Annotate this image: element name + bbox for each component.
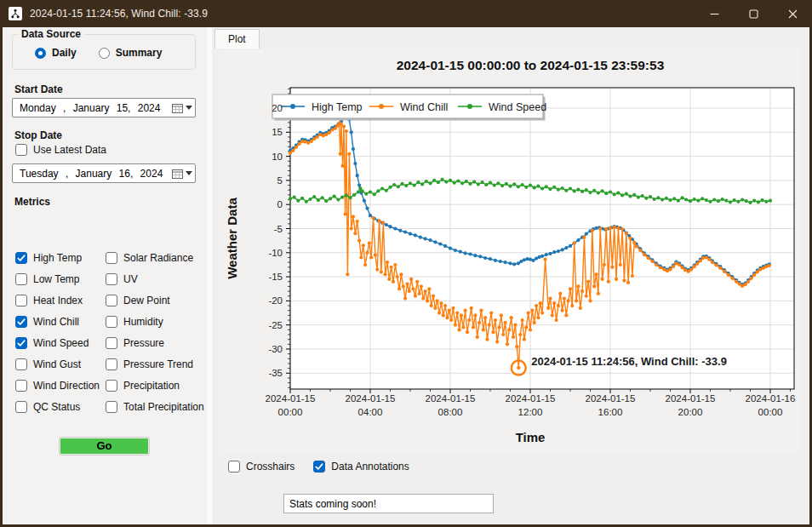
maximize-button[interactable]	[734, 0, 773, 27]
metric-checkbox-uv[interactable]: UV	[106, 268, 204, 289]
metric-checkbox-pressure[interactable]: Pressure	[106, 332, 204, 353]
main-panel: Plot 2024-01-15 11:24:56, Wind Chill: -3…	[212, 27, 809, 524]
metric-checkbox-wind-speed[interactable]: Wind Speed	[15, 332, 100, 353]
checkbox-control[interactable]	[15, 380, 27, 392]
start-date-picker[interactable]: Monday , January 15, 2024	[12, 98, 196, 117]
checkbox-control[interactable]	[106, 401, 117, 413]
tab-plot[interactable]: Plot	[214, 29, 260, 49]
metric-checkbox-precipitation[interactable]: Precipitation	[106, 375, 204, 396]
checkbox-label: Heat Index	[33, 295, 83, 306]
stop-date-label: Stop Date	[14, 129, 62, 141]
checkbox-label: Pressure Trend	[123, 358, 193, 370]
stop-date-value[interactable]: Tuesday , January 16, 2024	[13, 168, 169, 180]
start-date-calendar-button[interactable]	[169, 99, 195, 117]
start-date-label: Start Date	[14, 83, 63, 95]
checkbox-label: Pressure	[123, 337, 164, 349]
use-latest-checkbox-control[interactable]	[15, 144, 27, 156]
radio-daily[interactable]: Daily	[35, 47, 77, 59]
titlebar: 2024-01-15 11:24:56, Wind Chill: -33.9	[0, 0, 812, 27]
checkbox-control[interactable]	[15, 316, 27, 328]
use-latest-data-checkbox[interactable]: Use Latest Data	[15, 144, 106, 156]
radio-daily-control[interactable]	[35, 48, 46, 59]
checkbox-label: Wind Direction	[33, 380, 100, 392]
svg-text:2024-01-15 00:00:00 to 2024-01: 2024-01-15 00:00:00 to 2024-01-15 23:59:…	[397, 58, 665, 72]
checkbox-label: Wind Speed	[33, 337, 89, 349]
metric-checkbox-wind-gust[interactable]: Wind Gust	[15, 353, 100, 375]
checkbox-control[interactable]	[106, 380, 117, 392]
checkbox-label: QC Status	[33, 401, 80, 413]
minimize-button[interactable]	[695, 0, 734, 27]
data-source-groupbox: Data Source Daily Summary	[12, 34, 196, 70]
checkbox-label: Precipitation	[123, 380, 180, 392]
window-title: 2024-01-15 11:24:56, Wind Chill: -33.9	[30, 8, 208, 20]
metrics-column-right: Solar RadianceUVDew PointHumidityPressur…	[106, 247, 204, 417]
metric-checkbox-total-precipitation[interactable]: Total Precipitation	[106, 396, 204, 417]
checkbox-control[interactable]	[15, 358, 27, 370]
checkbox-label: UV	[123, 273, 138, 285]
close-button[interactable]	[773, 0, 812, 27]
metric-checkbox-heat-index[interactable]: Heat Index	[15, 289, 100, 311]
metric-checkbox-high-temp[interactable]: High Temp	[15, 247, 100, 268]
crosshairs-checkbox[interactable]: Crosshairs	[228, 461, 294, 473]
sidebar: Data Source Daily Summary Start Date Mon…	[3, 27, 207, 524]
data-annotations-checkbox-control[interactable]	[313, 461, 325, 473]
chevron-down-icon	[186, 171, 192, 175]
svg-text:2024-01-15 11:24:56, Wind Chil: 2024-01-15 11:24:56, Wind Chill: -33.9	[531, 355, 727, 368]
svg-text:5: 5	[277, 175, 283, 186]
svg-text:04:00: 04:00	[358, 407, 383, 417]
checkbox-label: Wind Chill	[33, 316, 79, 328]
data-annotations-checkbox[interactable]: Data Annotations	[313, 461, 409, 473]
checkbox-control[interactable]	[15, 252, 27, 264]
start-date-value[interactable]: Monday , January 15, 2024	[13, 102, 169, 114]
metric-checkbox-humidity[interactable]: Humidity	[106, 311, 204, 332]
svg-text:Time: Time	[516, 430, 546, 444]
metric-checkbox-wind-chill[interactable]: Wind Chill	[15, 311, 100, 332]
metric-checkbox-solar-radiance[interactable]: Solar Radiance	[106, 247, 204, 268]
checkbox-label: Solar Radiance	[123, 252, 193, 264]
radio-summary-control[interactable]	[99, 48, 110, 59]
svg-text:08:00: 08:00	[438, 407, 463, 417]
stats-entry[interactable]: Stats coming soon!	[283, 494, 494, 513]
metrics-label: Metrics	[14, 196, 50, 208]
app-icon	[9, 7, 22, 20]
svg-text:-15: -15	[268, 272, 283, 282]
checkbox-control[interactable]	[106, 252, 117, 264]
svg-text:2024-01-15: 2024-01-15	[506, 393, 556, 404]
metric-checkbox-low-temp[interactable]: Low Temp	[15, 268, 100, 289]
checkbox-control[interactable]	[15, 337, 27, 349]
svg-text:20:00: 20:00	[678, 407, 703, 417]
checkbox-label: Low Temp	[33, 273, 79, 285]
checkbox-control[interactable]	[106, 273, 117, 285]
svg-text:12:00: 12:00	[518, 407, 543, 417]
checkbox-control[interactable]	[106, 337, 117, 349]
metric-checkbox-pressure-trend[interactable]: Pressure Trend	[106, 353, 204, 375]
metric-checkbox-wind-direction[interactable]: Wind Direction	[15, 375, 100, 396]
checkbox-control[interactable]	[15, 401, 27, 413]
checkbox-control[interactable]	[106, 295, 117, 306]
svg-text:2024-01-15: 2024-01-15	[266, 393, 316, 404]
weather-chart[interactable]: 2024-01-15 11:24:56, Wind Chill: -33.9Hi…	[220, 49, 800, 453]
metrics-column-left: High TempLow TempHeat IndexWind ChillWin…	[15, 247, 100, 417]
checkbox-label: Wind Gust	[33, 358, 81, 370]
checkbox-control[interactable]	[106, 358, 117, 370]
radio-summary[interactable]: Summary	[99, 47, 163, 59]
svg-text:-10: -10	[268, 248, 283, 258]
stop-date-picker[interactable]: Tuesday , January 16, 2024	[12, 163, 196, 183]
svg-text:Weather Data: Weather Data	[225, 198, 239, 279]
svg-text:10: 10	[272, 152, 283, 162]
checkbox-control[interactable]	[15, 273, 27, 285]
svg-text:2024-01-15: 2024-01-15	[346, 393, 396, 404]
stop-date-calendar-button[interactable]	[169, 164, 195, 182]
chevron-down-icon	[186, 106, 192, 110]
stats-entry-value: Stats coming soon!	[289, 498, 376, 510]
metric-checkbox-dew-point[interactable]: Dew Point	[106, 289, 204, 311]
svg-text:0: 0	[277, 199, 283, 209]
svg-text:16:00: 16:00	[598, 407, 623, 417]
go-button[interactable]: Go	[60, 438, 149, 455]
svg-text:20: 20	[272, 103, 283, 113]
metric-checkbox-qc-status[interactable]: QC Status	[15, 396, 100, 417]
checkbox-control[interactable]	[15, 295, 27, 306]
crosshairs-checkbox-control[interactable]	[228, 461, 240, 473]
svg-text:-35: -35	[268, 368, 283, 378]
checkbox-control[interactable]	[106, 316, 117, 328]
